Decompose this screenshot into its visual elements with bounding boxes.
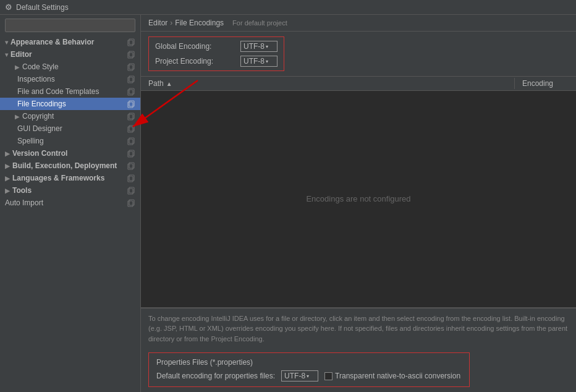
svg-rect-2: [128, 53, 133, 58]
svg-rect-13: [129, 113, 134, 119]
sidebar-item-label: Auto Import: [5, 198, 43, 207]
arrow-icon: ▶: [5, 175, 10, 182]
info-text: To change encoding IntelliJ IDEA uses fo…: [141, 308, 576, 349]
sidebar-item-label: Build, Execution, Deployment: [12, 161, 117, 170]
svg-rect-10: [128, 102, 133, 108]
sidebar-item-file-and-code-templates[interactable]: File and Code Templates: [0, 85, 140, 98]
default-encoding-label: Default encoding for properties files:: [156, 372, 275, 380]
content-area: ▾ Appearance & Behavior ▾ Editor ▶ Code …: [0, 15, 576, 392]
svg-rect-21: [129, 163, 134, 168]
sidebar-item-version-control[interactable]: ▶ Version Control: [0, 147, 140, 160]
sidebar-item-label: File and Code Templates: [17, 87, 100, 96]
svg-rect-15: [129, 126, 134, 131]
empty-message: Encodings are not configured: [306, 194, 410, 203]
copy-icon: [127, 198, 135, 207]
sidebar-item-label: Spelling: [17, 137, 44, 145]
svg-rect-16: [128, 139, 133, 145]
svg-rect-1: [129, 39, 134, 45]
sidebar-item-editor[interactable]: ▾ Editor: [0, 48, 140, 61]
svg-rect-20: [128, 164, 133, 169]
svg-rect-9: [129, 88, 134, 94]
svg-rect-11: [129, 101, 134, 106]
main-panel: Editor › File Encodings For default proj…: [141, 15, 576, 392]
properties-title: Properties Files (*.properties): [156, 358, 462, 367]
sidebar-item-label: Code Style: [22, 62, 59, 71]
svg-rect-23: [129, 175, 134, 181]
sidebar-item-code-style[interactable]: ▶ Code Style: [0, 61, 140, 73]
global-encoding-row: Global Encoding: UTF-8 ▾: [155, 41, 277, 52]
sidebar-item-label: Appearance & Behavior: [11, 38, 94, 46]
arrow-icon: ▾: [5, 51, 8, 58]
arrow-icon: ▶: [5, 150, 10, 157]
sidebar-item-label: Version Control: [12, 149, 67, 158]
properties-encoding-select[interactable]: UTF-8 ▾: [281, 370, 318, 381]
svg-rect-7: [129, 76, 134, 82]
sidebar-item-label: Copyright: [22, 112, 54, 121]
svg-rect-0: [128, 40, 133, 46]
sidebar-item-label: Inspections: [17, 75, 55, 83]
sidebar-item-appearance-behavior[interactable]: ▾ Appearance & Behavior: [0, 36, 140, 48]
checkbox-icon: [324, 372, 332, 380]
copy-icon: [127, 62, 135, 71]
project-encoding-label: Project Encoding:: [155, 57, 235, 66]
copy-icon: [127, 174, 135, 182]
svg-rect-3: [129, 51, 134, 57]
copy-icon: [127, 50, 135, 59]
svg-rect-5: [129, 64, 134, 69]
sidebar-item-label: Tools: [12, 186, 32, 195]
transparent-conversion-checkbox[interactable]: Transparent native-to-ascii conversion: [324, 372, 460, 380]
panel-header: Editor › File Encodings For default proj…: [141, 15, 576, 32]
main-container: ▾ Appearance & Behavior ▾ Editor ▶ Code …: [0, 15, 576, 392]
sidebar-item-inspections[interactable]: Inspections: [0, 73, 140, 85]
copy-icon: [127, 100, 135, 108]
breadcrumb-editor: Editor: [148, 19, 167, 27]
arrow-icon: ▶: [15, 113, 20, 120]
sidebar-item-file-encodings[interactable]: File Encodings: [0, 98, 140, 110]
properties-row: Default encoding for properties files: U…: [156, 370, 462, 381]
settings-icon: ⚙: [5, 2, 12, 12]
copy-icon: [127, 87, 135, 96]
sidebar-item-build-execution-deployment[interactable]: ▶ Build, Execution, Deployment: [0, 160, 140, 172]
arrow-icon: ▶: [5, 163, 10, 169]
col-encoding[interactable]: Encoding: [514, 78, 576, 89]
sidebar-item-auto-import[interactable]: Auto Import: [0, 197, 140, 209]
global-encoding-select[interactable]: UTF-8 ▾: [240, 41, 277, 52]
sidebar-item-spelling[interactable]: Spelling: [0, 135, 140, 147]
search-input[interactable]: [5, 19, 135, 32]
title-bar: ⚙ Default Settings: [0, 0, 576, 15]
bottom-area: To change encoding IntelliJ IDEA uses fo…: [141, 307, 576, 393]
dropdown-arrow-icon: ▾: [266, 44, 268, 49]
svg-rect-17: [129, 138, 134, 143]
svg-rect-25: [129, 187, 134, 193]
window-title: Default Settings: [16, 3, 69, 12]
sort-icon: ▲: [166, 80, 172, 87]
copy-icon: [127, 75, 135, 83]
breadcrumb-separator: ›: [170, 19, 172, 27]
copy-icon: [127, 161, 135, 170]
sidebar-item-languages-frameworks[interactable]: ▶ Languages & Frameworks: [0, 172, 140, 184]
breadcrumb-file-encodings: File Encodings: [175, 19, 224, 27]
arrow-icon: ▶: [5, 187, 10, 194]
global-encoding-value: UTF-8: [244, 42, 265, 51]
svg-rect-26: [128, 201, 133, 207]
sidebar-item-gui-designer[interactable]: GUI Designer: [0, 122, 140, 135]
sidebar-item-tools[interactable]: ▶ Tools: [0, 184, 140, 197]
sidebar-item-copyright[interactable]: ▶ Copyright: [0, 110, 140, 122]
project-encoding-select[interactable]: UTF-8 ▾: [240, 56, 277, 67]
svg-rect-4: [128, 65, 133, 70]
dropdown-arrow-icon: ▾: [307, 373, 309, 379]
copy-icon: [127, 186, 135, 195]
table-header: Path ▲ Encoding: [141, 77, 576, 91]
sidebar-item-label: GUI Designer: [17, 124, 62, 133]
arrow-icon: ▶: [15, 64, 20, 70]
svg-rect-14: [128, 127, 133, 132]
copy-icon: [127, 112, 135, 121]
arrow-icon: ▾: [5, 39, 8, 46]
project-encoding-value: UTF-8: [244, 57, 265, 66]
sidebar-item-label: File Encodings: [17, 100, 66, 108]
svg-rect-24: [128, 189, 133, 194]
sidebar: ▾ Appearance & Behavior ▾ Editor ▶ Code …: [0, 15, 141, 392]
col-path[interactable]: Path ▲: [141, 78, 514, 89]
svg-rect-6: [128, 77, 133, 83]
svg-rect-18: [128, 151, 133, 157]
